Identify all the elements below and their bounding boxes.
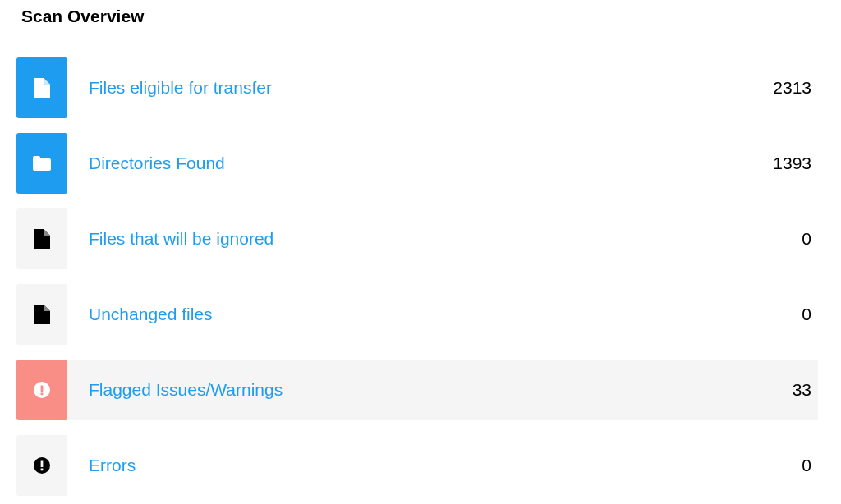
file-icon [16, 57, 67, 118]
row-flagged-issues: Flagged Issues/Warnings 33 [16, 360, 818, 420]
row-files-ignored: Files that will be ignored 0 [16, 208, 818, 269]
link-directories-found[interactable]: Directories Found [89, 153, 225, 173]
warning-icon [16, 360, 67, 420]
link-errors[interactable]: Errors [89, 456, 136, 475]
row-directories-found: Directories Found 1393 [16, 133, 818, 194]
svg-rect-1 [41, 386, 44, 392]
value-directories-found: 1393 [773, 153, 818, 173]
svg-rect-5 [41, 469, 44, 471]
link-unchanged-files[interactable]: Unchanged files [89, 305, 213, 324]
row-files-eligible: Files eligible for transfer 2313 [16, 57, 818, 118]
svg-rect-2 [41, 393, 44, 396]
svg-rect-4 [41, 461, 44, 468]
file-icon [16, 208, 67, 269]
link-files-eligible[interactable]: Files eligible for transfer [89, 78, 272, 98]
value-unchanged-files: 0 [802, 305, 818, 324]
row-unchanged-files: Unchanged files 0 [16, 284, 818, 345]
row-errors: Errors 0 [16, 435, 818, 496]
value-errors: 0 [802, 456, 818, 475]
link-flagged-issues[interactable]: Flagged Issues/Warnings [89, 380, 283, 400]
folder-icon [16, 133, 67, 194]
file-icon [16, 284, 67, 345]
link-files-ignored[interactable]: Files that will be ignored [89, 229, 273, 249]
error-icon [16, 435, 67, 496]
page-title: Scan Overview [21, 7, 818, 26]
value-flagged-issues: 33 [793, 380, 818, 400]
value-files-eligible: 2313 [773, 78, 818, 98]
value-files-ignored: 0 [802, 229, 818, 249]
